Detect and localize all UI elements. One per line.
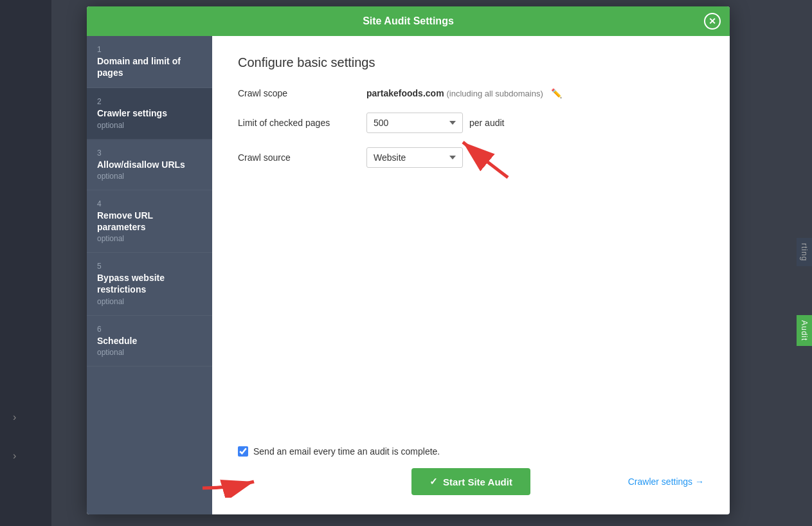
nav-item-6-number: 6 (97, 325, 202, 334)
section-title: Configure basic settings (238, 55, 704, 70)
nav-item-remove-url[interactable]: 4 Remove URL parameters optional (87, 190, 212, 253)
nav-item-1-number: 1 (97, 45, 202, 54)
nav-item-5-subtitle: optional (97, 297, 202, 306)
limit-pages-label: Limit of checked pages (238, 118, 366, 128)
nav-item-bypass[interactable]: 5 Bypass website restrictions optional (87, 253, 212, 315)
site-audit-settings-modal: Site Audit Settings ✕ 1 Domain and limit… (87, 6, 730, 514)
checkmark-icon: ✓ (429, 476, 438, 487)
nav-item-4-title: Remove URL parameters (97, 210, 202, 233)
email-notification-row: Send an email every time an audit is com… (238, 446, 704, 457)
sidebar-arrow-1[interactable]: › (13, 412, 16, 423)
modal-main-content: Configure basic settings Crawl scope par… (212, 36, 730, 514)
nav-item-3-title: Allow/disallow URLs (97, 159, 202, 170)
modal-close-button[interactable]: ✕ (704, 13, 721, 30)
modal-header: Site Audit Settings ✕ (87, 6, 730, 36)
crawler-settings-link[interactable]: Crawler settings → (628, 476, 704, 487)
sidebar-arrow-2[interactable]: › (13, 450, 16, 462)
crawl-source-row: Crawl source Website Sitemap Both (238, 147, 704, 168)
right-reporting-label: rting (797, 238, 812, 266)
footer-area: Send an email every time an audit is com… (238, 446, 704, 495)
background-sidebar: › › (0, 0, 51, 526)
nav-item-3-number: 3 (97, 149, 202, 158)
nav-item-5-number: 5 (97, 262, 202, 271)
right-audit-label[interactable]: Audit (797, 315, 812, 346)
settings-navigation: 1 Domain and limit of pages 2 Crawler se… (87, 36, 212, 514)
nav-item-crawler[interactable]: 2 Crawler settings optional (87, 88, 212, 139)
crawl-scope-label: Crawl scope (238, 88, 366, 98)
nav-item-5-title: Bypass website restrictions (97, 272, 202, 295)
nav-item-3-subtitle: optional (97, 172, 202, 181)
crawl-scope-note: (including all subdomains) (446, 89, 543, 98)
start-site-audit-button[interactable]: ✓ Start Site Audit (411, 468, 530, 495)
crawl-scope-row: Crawl scope partakefoods.com (including … (238, 88, 704, 98)
nav-item-2-number: 2 (97, 97, 202, 106)
nav-item-1-title: Domain and limit of pages (97, 55, 202, 78)
edit-crawl-scope-icon[interactable]: ✏️ (551, 88, 562, 98)
nav-item-4-number: 4 (97, 199, 202, 208)
nav-item-schedule[interactable]: 6 Schedule optional (87, 316, 212, 367)
nav-item-6-subtitle: optional (97, 348, 202, 357)
crawl-scope-domain: partakefoods.com (366, 88, 444, 98)
nav-item-6-title: Schedule (97, 335, 202, 347)
nav-item-domain[interactable]: 1 Domain and limit of pages (87, 36, 212, 88)
limit-pages-select[interactable]: 500 (366, 113, 463, 133)
email-notification-label: Send an email every time an audit is com… (253, 446, 440, 457)
footer-actions: ✓ Start Site Audit Crawler settings → (238, 468, 704, 495)
email-notification-checkbox[interactable] (238, 446, 248, 457)
start-audit-label: Start Site Audit (443, 476, 512, 487)
limit-pages-row: Limit of checked pages 500 per audit (238, 113, 704, 133)
annotation-arrow-2 (199, 466, 264, 500)
nav-item-2-subtitle: optional (97, 121, 202, 130)
crawl-source-select[interactable]: Website Sitemap Both (366, 147, 463, 168)
nav-item-2-title: Crawler settings (97, 107, 202, 119)
crawl-source-label: Crawl source (238, 152, 366, 163)
modal-title: Site Audit Settings (363, 15, 454, 26)
nav-item-4-subtitle: optional (97, 234, 202, 243)
per-audit-text: per audit (469, 118, 504, 128)
nav-item-allow-disallow[interactable]: 3 Allow/disallow URLs optional (87, 140, 212, 190)
modal-body: 1 Domain and limit of pages 2 Crawler se… (87, 36, 730, 514)
crawl-scope-value: partakefoods.com (including all subdomai… (366, 88, 562, 98)
